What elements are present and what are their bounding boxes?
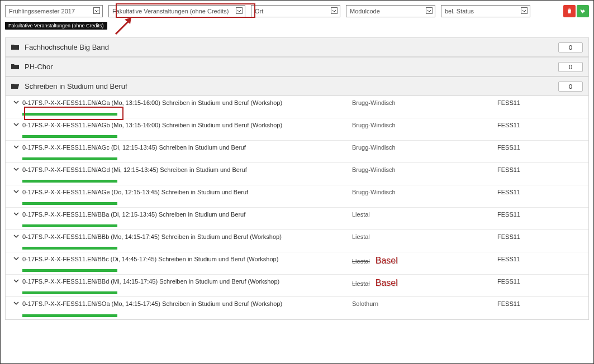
filter-type-label: Fakultative Veranstaltungen (ohne Credit… bbox=[112, 8, 229, 15]
event-row[interactable]: 0-17FS.P-X-X-FESS11.EN/BBa (Di, 12:15-13… bbox=[6, 208, 588, 230]
chevron-down-icon[interactable] bbox=[13, 278, 19, 285]
event-module-code: FESS11 bbox=[497, 121, 587, 128]
active-filter-tag[interactable]: Fakultative Veranstaltungen (ohne Credit… bbox=[5, 22, 107, 30]
svg-rect-4 bbox=[521, 8, 528, 14]
chevron-down-icon bbox=[426, 7, 433, 15]
chevron-down-icon[interactable] bbox=[13, 189, 19, 195]
folder-icon bbox=[11, 63, 20, 71]
filter-modulecode-label: Modulcode bbox=[350, 8, 380, 15]
event-module-code: FESS11 bbox=[497, 255, 587, 262]
group: PH-Chor0 bbox=[5, 57, 589, 76]
event-location: Liestal bbox=[352, 211, 370, 218]
group-header[interactable]: Fachhochschule Big Band0 bbox=[6, 38, 588, 57]
event-description: 0-17FS.P-X-X-FESS11.EN/BBc (Di, 14:45-17… bbox=[22, 255, 352, 262]
event-description: 0-17FS.P-X-X-FESS11.EN/SOa (Mo, 14:15-17… bbox=[22, 299, 352, 307]
chevron-down-icon[interactable] bbox=[13, 122, 19, 128]
folder-icon bbox=[11, 44, 20, 51]
filter-semester-label: Frühlingssemester 2017 bbox=[9, 8, 75, 15]
group: Schreiben in Studium und Beruf00-17FS.P-… bbox=[5, 76, 589, 320]
availability-bar bbox=[22, 224, 117, 227]
event-location: Brugg-Windisch bbox=[352, 99, 396, 106]
event-row[interactable]: 0-17FS.P-X-X-FESS11.EN/AGb (Mo, 13:15-16… bbox=[6, 118, 588, 141]
event-module-code: FESS11 bbox=[497, 188, 587, 195]
event-row[interactable]: 0-17FS.P-X-X-FESS11.EN/AGa (Mo, 13:15-16… bbox=[6, 96, 588, 118]
event-location: Solothurn bbox=[352, 300, 378, 307]
event-row[interactable]: 0-17FS.P-X-X-FESS11.EN/BBd (Mi, 14:15-17… bbox=[6, 275, 588, 297]
chevron-down-icon[interactable] bbox=[13, 233, 19, 240]
group-title: PH-Chor bbox=[25, 63, 53, 71]
group-count: 0 bbox=[558, 62, 583, 72]
availability-bar bbox=[22, 247, 117, 250]
chevron-down-icon bbox=[521, 7, 528, 15]
chevron-down-icon[interactable] bbox=[13, 256, 19, 262]
svg-rect-0 bbox=[94, 8, 100, 14]
availability-bar bbox=[22, 202, 117, 205]
group-title: Schreiben in Studium und Beruf bbox=[25, 82, 127, 90]
event-module-code: FESS11 bbox=[497, 165, 587, 173]
availability-bar bbox=[22, 113, 117, 116]
active-filter-tag-row: Fakultative Veranstaltungen (ohne Credit… bbox=[5, 22, 589, 30]
filter-status[interactable]: bel. Status bbox=[441, 5, 530, 17]
availability-bar bbox=[22, 269, 117, 272]
group-count: 0 bbox=[558, 42, 583, 52]
event-description: 0-17FS.P-X-X-FESS11.EN/AGb (Mo, 13:15-16… bbox=[22, 121, 352, 128]
annotation-override-text: Basel bbox=[376, 256, 398, 265]
chevron-down-icon[interactable] bbox=[13, 211, 19, 218]
event-location: Brugg-Windisch bbox=[352, 166, 396, 173]
event-location: Brugg-Windisch bbox=[352, 189, 396, 195]
svg-rect-2 bbox=[331, 8, 338, 14]
chevron-down-icon bbox=[236, 7, 243, 15]
filter-location[interactable]: Ort bbox=[251, 5, 340, 17]
svg-rect-3 bbox=[426, 8, 433, 14]
chevron-down-icon bbox=[331, 7, 338, 15]
event-list: 0-17FS.P-X-X-FESS11.EN/AGa (Mo, 13:15-16… bbox=[6, 96, 588, 319]
filter-status-label: bel. Status bbox=[445, 8, 474, 15]
chevron-down-icon[interactable] bbox=[13, 99, 19, 106]
filter-row: Frühlingssemester 2017 Fakultative Veran… bbox=[5, 5, 589, 17]
delete-button[interactable] bbox=[563, 5, 576, 17]
availability-bar bbox=[22, 157, 117, 160]
filter-type[interactable]: Fakultative Veranstaltungen (ohne Credit… bbox=[108, 5, 245, 17]
event-row[interactable]: 0-17FS.P-X-X-FESS11.EN/AGc (Di, 12:15-13… bbox=[6, 141, 588, 163]
availability-bar bbox=[22, 180, 117, 183]
event-row[interactable]: 0-17FS.P-X-X-FESS11.EN/BBc (Di, 14:45-17… bbox=[6, 252, 588, 275]
annotation-override-text: Basel bbox=[376, 278, 398, 288]
availability-bar bbox=[22, 135, 117, 138]
group: Fachhochschule Big Band0 bbox=[5, 37, 589, 57]
group-title: Fachhochschule Big Band bbox=[25, 43, 109, 51]
event-location-struck: Liestal bbox=[352, 280, 370, 287]
svg-rect-1 bbox=[236, 8, 243, 14]
filter-location-label: Ort bbox=[255, 8, 263, 15]
event-module-code: FESS11 bbox=[497, 210, 587, 218]
event-location: Brugg-Windisch bbox=[352, 144, 396, 151]
event-module-code: FESS11 bbox=[497, 232, 587, 240]
event-module-code: FESS11 bbox=[497, 143, 587, 151]
chevron-down-icon[interactable] bbox=[13, 166, 19, 173]
event-row[interactable]: 0-17FS.P-X-X-FESS11.EN/SOa (Mo, 14:15-17… bbox=[6, 297, 588, 319]
event-module-code: FESS11 bbox=[497, 98, 587, 106]
event-description: 0-17FS.P-X-X-FESS11.EN/AGa (Mo, 13:15-16… bbox=[22, 98, 352, 106]
event-description: 0-17FS.P-X-X-FESS11.EN/AGe (Do, 12:15-13… bbox=[22, 188, 352, 195]
event-description: 0-17FS.P-X-X-FESS11.EN/BBa (Di, 12:15-13… bbox=[22, 210, 352, 218]
group-count: 0 bbox=[558, 82, 583, 92]
event-location: Liestal bbox=[352, 233, 370, 240]
filter-modulecode[interactable]: Modulcode bbox=[346, 5, 435, 17]
event-row[interactable]: 0-17FS.P-X-X-FESS11.EN/AGd (Mi, 12:15-13… bbox=[6, 163, 588, 185]
availability-bar bbox=[22, 314, 117, 317]
group-header[interactable]: Schreiben in Studium und Beruf0 bbox=[6, 77, 588, 96]
event-location: Brugg-Windisch bbox=[352, 122, 396, 128]
chevron-down-icon[interactable] bbox=[13, 300, 19, 307]
event-description: 0-17FS.P-X-X-FESS11.EN/BBd (Mi, 14:15-17… bbox=[22, 277, 352, 285]
filter-semester[interactable]: Frühlingssemester 2017 bbox=[5, 5, 103, 17]
event-description: 0-17FS.P-X-X-FESS11.EN/AGc (Di, 12:15-13… bbox=[22, 143, 352, 151]
event-module-code: FESS11 bbox=[497, 299, 587, 307]
event-row[interactable]: 0-17FS.P-X-X-FESS11.EN/AGe (Do, 12:15-13… bbox=[6, 185, 588, 208]
group-header[interactable]: PH-Chor0 bbox=[6, 58, 588, 76]
folder-icon bbox=[11, 83, 20, 90]
event-location-struck: Liestal bbox=[352, 258, 370, 265]
confirm-button[interactable] bbox=[577, 5, 589, 17]
chevron-down-icon[interactable] bbox=[13, 144, 19, 151]
availability-bar bbox=[22, 291, 117, 294]
event-description: 0-17FS.P-X-X-FESS11.EN/BBb (Mo, 14:15-17… bbox=[22, 232, 352, 240]
event-row[interactable]: 0-17FS.P-X-X-FESS11.EN/BBb (Mo, 14:15-17… bbox=[6, 230, 588, 252]
